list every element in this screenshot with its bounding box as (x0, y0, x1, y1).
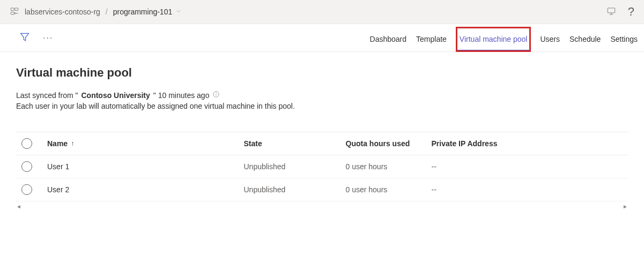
table-row[interactable]: User 1 Unpublished 0 user hours -- (16, 155, 628, 178)
tab-virtual-machine-pool[interactable]: Virtual machine pool (456, 27, 531, 51)
tab-dashboard[interactable]: Dashboard (370, 27, 407, 51)
vm-table: Name ↑ State Quota hours used Private IP… (16, 132, 628, 212)
top-bar: labservices-contoso-rg / programming-101… (0, 0, 644, 24)
row-state: Unpublished (244, 185, 346, 194)
breadcrumb-separator: / (106, 7, 108, 16)
svg-rect-0 (11, 8, 14, 11)
resource-group-icon (10, 6, 19, 18)
row-ip: -- (432, 162, 628, 171)
tabs: Dashboard Template Virtual machine pool … (370, 24, 638, 51)
table-header: Name ↑ State Quota hours used Private IP… (16, 132, 628, 155)
col-ip[interactable]: Private IP Address (432, 139, 628, 148)
tab-settings[interactable]: Settings (610, 27, 638, 51)
row-name: User 2 (47, 185, 244, 194)
svg-rect-2 (11, 12, 14, 14)
horizontal-scroll[interactable]: ◄ ► (16, 201, 628, 212)
row-quota: 0 user hours (346, 185, 432, 194)
scroll-left-icon[interactable]: ◄ (16, 204, 21, 209)
breadcrumb-current[interactable]: programming-101 (113, 7, 182, 16)
sort-up-icon: ↑ (71, 140, 74, 147)
chevron-down-icon (175, 7, 182, 16)
select-all[interactable] (16, 138, 47, 149)
row-ip: -- (432, 185, 628, 194)
monitor-icon[interactable] (606, 6, 616, 18)
more-icon[interactable]: ··· (43, 34, 53, 42)
sync-status: Last synced from "Contoso University" 10… (16, 91, 628, 100)
page-description: Each user in your lab will automatically… (16, 102, 628, 110)
svg-rect-3 (608, 8, 615, 13)
filter-icon[interactable] (19, 32, 30, 44)
top-right-actions: ? (606, 5, 634, 19)
col-quota[interactable]: Quota hours used (346, 139, 432, 148)
row-select[interactable] (16, 161, 47, 172)
secondary-bar-left: ··· (19, 32, 53, 44)
row-name: User 1 (47, 162, 244, 171)
sync-source: Contoso University (81, 91, 150, 100)
help-icon[interactable]: ? (628, 5, 634, 19)
row-quota: 0 user hours (346, 162, 432, 171)
tab-template[interactable]: Template (416, 27, 447, 51)
col-name[interactable]: Name ↑ (47, 139, 244, 148)
col-name-label: Name (47, 139, 68, 148)
page-title: Virtual machine pool (16, 66, 628, 80)
svg-marker-4 (21, 33, 29, 40)
breadcrumb: labservices-contoso-rg / programming-101 (10, 6, 182, 18)
svg-rect-1 (15, 8, 18, 11)
sync-prefix: Last synced from " (16, 91, 78, 100)
col-state[interactable]: State (244, 139, 346, 148)
tab-schedule[interactable]: Schedule (569, 27, 601, 51)
tab-users[interactable]: Users (540, 27, 560, 51)
info-icon[interactable] (212, 91, 220, 100)
row-select[interactable] (16, 184, 47, 195)
breadcrumb-parent[interactable]: labservices-contoso-rg (25, 7, 100, 16)
sync-suffix: " 10 minutes ago (153, 91, 210, 100)
breadcrumb-current-label: programming-101 (113, 7, 173, 16)
main-content: Virtual machine pool Last synced from "C… (0, 52, 644, 217)
row-state: Unpublished (244, 162, 346, 171)
table-row[interactable]: User 2 Unpublished 0 user hours -- (16, 178, 628, 201)
scroll-right-icon[interactable]: ► (623, 204, 628, 209)
svg-point-7 (216, 93, 217, 93)
secondary-bar: ··· Dashboard Template Virtual machine p… (0, 24, 644, 52)
